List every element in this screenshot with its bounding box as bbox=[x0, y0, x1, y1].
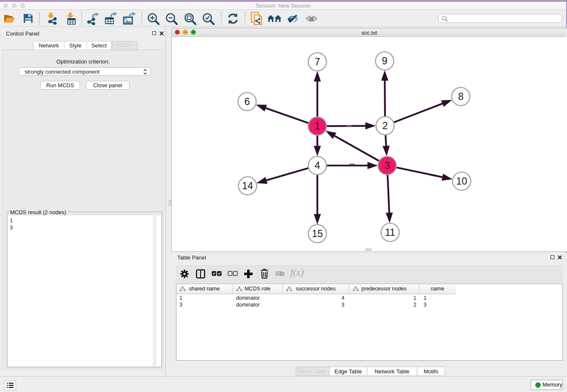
svg-text:11: 11 bbox=[385, 227, 395, 238]
svg-text:9: 9 bbox=[382, 55, 387, 66]
svg-text:10: 10 bbox=[456, 176, 467, 187]
svg-text:14: 14 bbox=[242, 180, 253, 191]
svg-text:1: 1 bbox=[314, 121, 320, 132]
svg-text:2: 2 bbox=[382, 120, 388, 131]
svg-text:4: 4 bbox=[314, 160, 320, 171]
svg-text:7: 7 bbox=[314, 56, 320, 67]
svg-text:8: 8 bbox=[458, 91, 463, 102]
svg-text:3: 3 bbox=[384, 160, 390, 171]
svg-text:6: 6 bbox=[244, 96, 250, 107]
svg-text:15: 15 bbox=[312, 228, 323, 239]
